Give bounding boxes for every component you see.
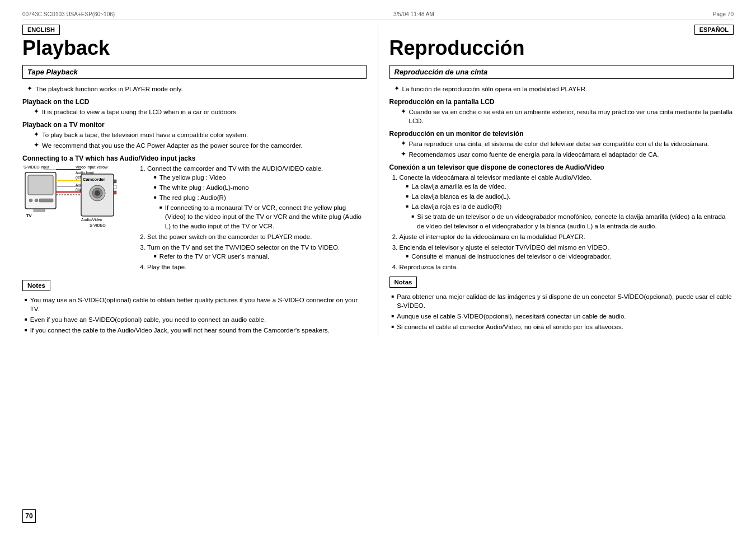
svg-rect-26 <box>114 185 116 189</box>
es-tv-item1: ✦ Para reproducir una cinta, el sistema … <box>389 139 734 148</box>
es-intro-item: ✦ La función de reproducción sólo opera … <box>389 85 734 93</box>
step3-sublist: Refer to the TV or VCR user's manual. <box>147 252 367 261</box>
check-icon-lcd: ✦ <box>34 107 39 115</box>
es-note-3: Si conecta el cable al conector Audio/Ví… <box>389 322 734 331</box>
svg-point-11 <box>29 199 32 202</box>
english-title: Playback <box>22 37 367 59</box>
step1-sub4: If connecting to a monaural TV or VCR, c… <box>159 203 367 230</box>
connection-diagram: S-VIDEO input Video Input:Yellow Audio I… <box>22 164 126 244</box>
tape-playback-title: Tape Playback <box>27 68 78 76</box>
check-icon: ✦ <box>27 85 32 92</box>
svg-text:Camcorder: Camcorder <box>83 177 105 182</box>
top-bar: 00743C SCD103 USA+ESP(60~106) 3/5/04 11:… <box>22 11 734 20</box>
tv-text2: We recommend that you use the AC Power A… <box>42 141 367 150</box>
es-notes-list: Para obtener una mejor calidad de las im… <box>389 292 734 331</box>
lcd-item: ✦ It is practical to view a tape using t… <box>22 107 367 116</box>
es-step3-sublist: Consulte el manual de instrucciones del … <box>400 252 734 261</box>
es-intro-text: La función de reproducción sólo opera en… <box>402 85 734 93</box>
step-4: Play the tape. <box>147 263 367 271</box>
svg-rect-27 <box>114 191 116 194</box>
english-column: ENGLISH Playback Tape Playback ✦ The pla… <box>22 25 378 336</box>
two-column-layout: ENGLISH Playback Tape Playback ✦ The pla… <box>22 25 734 336</box>
es-note-1: Para obtener una mejor calidad de las im… <box>389 292 734 310</box>
es-tv-text1: Para reproducir una cinta, el sistema de… <box>409 139 734 148</box>
top-bar-left: 00743C SCD103 USA+ESP(60~106) <box>22 11 115 17</box>
steps-list: Connect the camcorder and TV with the AU… <box>137 164 367 273</box>
check-icon-tv2: ✦ <box>34 141 39 149</box>
step1-sub3: The red plug : Audio(R) <box>154 193 367 202</box>
intro-item: ✦ The playback function works in PLAYER … <box>22 85 367 93</box>
step1-text: Connect the camcorder and TV with the AU… <box>147 165 323 172</box>
tv-heading: Playback on a TV monitor <box>22 121 367 129</box>
svg-rect-10 <box>28 175 53 195</box>
es-lcd-item: ✦ Cuando se va en coche o se está en un … <box>389 107 734 125</box>
tv-text1: To play back a tape, the television must… <box>42 130 367 139</box>
lcd-text: It is practical to view a tape using the… <box>42 107 367 116</box>
notes-label: Notes <box>22 280 50 291</box>
es-tv-heading: Reproducción en un monitor de televisión <box>389 130 734 138</box>
es-step-2: Ajuste el interruptor de la videocámara … <box>400 232 734 241</box>
es-steps-list: Conecte la videocámara al televisor medi… <box>389 173 734 271</box>
step-1: Connect the camcorder and TV with the AU… <box>147 164 367 231</box>
es-check-tv2: ✦ <box>401 150 406 158</box>
cinta-section: Reproducción de una cinta <box>389 65 734 79</box>
es-check-tv1: ✦ <box>401 139 406 147</box>
es-step1-sublist: La clavija amarilla es la de vídeo. La c… <box>400 182 734 230</box>
lcd-heading: Playback on the LCD <box>22 98 367 106</box>
svg-text:S-VIDEO input: S-VIDEO input <box>24 165 49 170</box>
note-2: Even if you have an S-VIDEO(optional) ca… <box>22 315 367 324</box>
espanol-lang-badge: ESPAÑOL <box>694 25 734 35</box>
es-step-4: Reproduzca la cinta. <box>400 263 734 271</box>
es-step1-sub1: La clavija amarilla es la de vídeo. <box>406 182 734 191</box>
step1-sub2: The white plug : Audio(L)-mono <box>154 183 367 192</box>
svg-rect-14 <box>34 209 45 212</box>
es-step-3: Encienda el televisor y ajuste el select… <box>400 243 734 261</box>
cinta-title: Reproducción de una cinta <box>395 68 488 76</box>
english-lang-badge: ENGLISH <box>22 25 60 35</box>
es-check-icon: ✦ <box>394 85 400 92</box>
es-step1-sub3: La clavija roja es la de audio(R) <box>406 202 734 211</box>
es-step1-sub4: Si se trata de un televisor o de un vide… <box>412 212 734 230</box>
step3-sub1: Refer to the TV or VCR user's manual. <box>154 252 367 261</box>
tv-item1: ✦ To play back a tape, the television mu… <box>22 130 367 139</box>
es-check-lcd: ✦ <box>401 107 406 115</box>
es-step-1: Conecte la videocámara al televisor medi… <box>400 173 734 231</box>
es-connecting-heading: Conexión a un televisor que dispone de c… <box>389 163 734 171</box>
es-tv-text2: Recomendamos usar como fuente de energía… <box>409 150 734 159</box>
steps-ordered-list: Connect the camcorder and TV with the AU… <box>137 164 367 271</box>
es-notes-label: Notas <box>389 277 417 288</box>
page: 00743C SCD103 USA+ESP(60~106) 3/5/04 11:… <box>0 0 756 534</box>
svg-text:Video Input:Yellow: Video Input:Yellow <box>76 165 108 170</box>
note-3: If you connect the cable to the Audio/Vi… <box>22 326 367 335</box>
top-bar-center: 3/5/04 11:48 AM <box>393 11 434 17</box>
note-1: You may use an S-VIDEO(optional) cable t… <box>22 296 367 313</box>
tape-playback-section: Tape Playback <box>22 65 367 79</box>
step1-sub1: The yellow plug : Video <box>154 173 367 182</box>
espanol-title: Reproducción <box>389 37 734 59</box>
svg-point-24 <box>95 190 100 196</box>
page-number: 70 <box>22 509 36 523</box>
svg-rect-25 <box>114 180 116 183</box>
es-lcd-heading: Reproducción en la pantalla LCD <box>389 98 734 106</box>
es-note-2: Aunque use el cable S-VÍDEO(opcional), n… <box>389 312 734 321</box>
step-2: Set the power switch on the camcorder to… <box>147 232 367 241</box>
es-step1-sub2: La clavija blanca es la de audio(L). <box>406 192 734 201</box>
intro-text: The playback function works in PLAYER mo… <box>35 85 367 93</box>
svg-text:Audio/Video: Audio/Video <box>81 218 102 222</box>
svg-text:TV: TV <box>26 213 32 218</box>
check-icon-tv1: ✦ <box>34 130 39 138</box>
espanol-column: ESPAÑOL Reproducción Reproducción de una… <box>378 25 734 336</box>
svg-rect-13 <box>39 199 53 202</box>
connecting-heading: Connecting to a TV which has Audio/Video… <box>22 154 367 162</box>
step1-sublist: The yellow plug : Video The white plug :… <box>147 173 367 231</box>
svg-point-12 <box>35 199 38 202</box>
svg-text:S-VIDEO: S-VIDEO <box>90 223 106 227</box>
es-lcd-text: Cuando se va en coche o se está en un am… <box>409 107 734 125</box>
es-tv-item2: ✦ Recomendamos usar como fuente de energ… <box>389 150 734 159</box>
top-bar-right: Page 70 <box>713 11 734 17</box>
notes-list: You may use an S-VIDEO(optional) cable t… <box>22 296 367 335</box>
es-step3-sub1: Consulte el manual de instrucciones del … <box>406 252 734 261</box>
tv-item2: ✦ We recommend that you use the AC Power… <box>22 141 367 150</box>
step-3: Turn on the TV and set the TV/VIDEO sele… <box>147 243 367 261</box>
